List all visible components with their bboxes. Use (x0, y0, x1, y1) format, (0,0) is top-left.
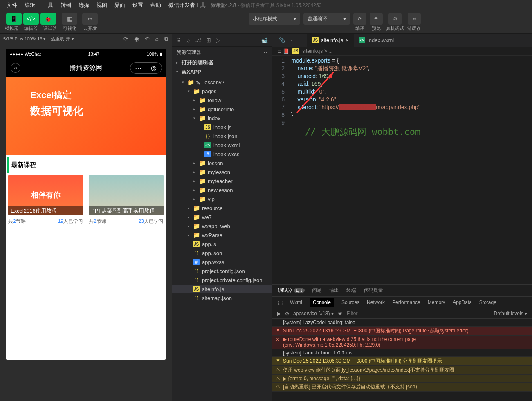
tree-item[interactable]: <>index.wxml (172, 141, 272, 150)
menu-item[interactable]: 帮助 (150, 2, 161, 9)
course-card[interactable]: 相伴有你 Excel2016使用教程 共2节课19人已学习 (8, 175, 83, 225)
branch-icon[interactable]: ⎇ (195, 37, 201, 43)
tree-item[interactable]: { }index.json (172, 132, 272, 141)
debugger-button[interactable]: 🐞 (40, 13, 56, 25)
eye-icon[interactable]: 👁 (338, 311, 343, 316)
home-icon[interactable]: ⌂ (155, 36, 159, 43)
context-select[interactable]: appservice (#13) ▾ (293, 311, 334, 316)
dbg-tab[interactable]: 代码质量 (364, 287, 383, 294)
tree-item[interactable]: ▸📁newlesson (172, 186, 272, 195)
tree-item[interactable]: { }project.private.config.json (172, 276, 272, 285)
tree-item[interactable]: ▸📁mylesson (172, 168, 272, 177)
tree-item[interactable]: ▾📁fy_lessonv2 (172, 78, 272, 87)
levels-select[interactable]: Default levels ▾ (494, 311, 527, 316)
tree-item[interactable]: { }project.config.json (172, 267, 272, 276)
log-line: ▼Sun Dec 25 2022 13:06:29 GMT+0800 (中国标准… (272, 327, 532, 336)
ext-icon[interactable]: ⊞ (206, 37, 211, 43)
tree-item[interactable]: ▸📁wxapp_web (172, 222, 272, 231)
search-icon[interactable]: ⌕ (186, 37, 190, 43)
refresh-icon[interactable]: ⟳ (123, 36, 128, 43)
inspect-icon[interactable]: ⬚ (278, 300, 283, 305)
tree-item[interactable]: ▸📁resource (172, 204, 272, 213)
menu-item[interactable]: 视图 (97, 2, 107, 9)
devtool-tab[interactable]: Performance (392, 300, 420, 305)
console-output[interactable]: [system] LazyCodeLoading: false▼Sun Dec … (272, 319, 532, 401)
devtool-tab[interactable]: Storage (479, 300, 496, 305)
tree-item[interactable]: { }sitemap.json (172, 293, 272, 302)
tree-item[interactable]: ▸📁lesson (172, 159, 272, 168)
nav-left-icon[interactable]: ← (290, 37, 295, 43)
tree-item[interactable]: { }app.json (172, 249, 272, 258)
tree-item[interactable]: JSsiteinfo.js (172, 285, 272, 293)
tree-item[interactable]: ▸📁getuserinfo (172, 105, 272, 114)
tree-item[interactable]: ▸📁wxParse (172, 231, 272, 240)
tree-item[interactable]: #app.wxss (172, 258, 272, 267)
tree-item[interactable]: JSapp.js (172, 240, 272, 249)
clear-icon[interactable]: ⊘ (285, 311, 289, 316)
tree-item[interactable]: ▾📁pages (172, 87, 272, 96)
tree-item[interactable]: ▸📁myteacher (172, 177, 272, 186)
close-icon[interactable]: × (346, 37, 349, 43)
pin-icon[interactable]: 📎 (279, 37, 285, 43)
debug-icon[interactable]: ▷ (216, 37, 220, 43)
menu-item[interactable]: 设置 (132, 2, 143, 9)
tab-siteinfo[interactable]: JSsiteinfo.js× (307, 34, 354, 47)
cloud-button[interactable]: ∞ (82, 13, 98, 25)
log-line: [system] LazyCodeLoading: false (272, 319, 532, 327)
play-icon[interactable]: ▶ (277, 311, 281, 316)
record-icon[interactable]: ◉ (134, 36, 139, 43)
whale-icon[interactable]: 🐋 (261, 37, 268, 43)
dbg-tab[interactable]: 终端 (346, 287, 356, 294)
hotreload-toggle[interactable]: 热重载 开 ▾ (51, 36, 74, 42)
compile-select[interactable]: 普通编译▾ (303, 13, 350, 25)
capsule[interactable]: ⋯◎ (130, 62, 162, 74)
devtool-tab[interactable]: Sources (341, 300, 359, 305)
tree-item[interactable]: ▾📁index (172, 114, 272, 123)
devtool-tab[interactable]: Network (367, 300, 385, 305)
course-card[interactable]: PPT从菜鸟到高手实用教程 共2节课23人已学习 (89, 175, 164, 225)
banner[interactable]: Excel搞定 数据可视化 (6, 77, 166, 155)
menu-item[interactable]: 工具 (43, 2, 53, 9)
tree-item[interactable]: ▸📁we7 (172, 213, 272, 222)
remote-button[interactable]: ⚙ (388, 13, 402, 25)
simulator-panel: 5/7/8 Plus 100% 16 ▾ 热重载 开 ▾ ⟳◉↶⌂⧉ ●●●●●… (0, 34, 172, 401)
tab-indexwxml[interactable]: <>index.wxml (354, 34, 399, 47)
more-icon[interactable]: ⋯ (262, 49, 267, 55)
nav-back-icon[interactable]: ⌂ (11, 63, 20, 73)
mode-select[interactable]: 小程序模式▾ (249, 13, 300, 25)
breadcrumb[interactable]: ☰ 📕 JSsiteinfo.js > ... (272, 47, 532, 56)
dbg-tab[interactable]: 输出 (329, 287, 339, 294)
toolbar: 📱 </> 🐞 模拟器 编辑器 调试器 ▦可视化 ∞云开发 小程序模式▾ 普通编… (0, 11, 532, 34)
nav-right-icon[interactable]: → (300, 37, 305, 43)
tree-item[interactable]: ▸📁follow (172, 96, 272, 105)
compile-button[interactable]: ⟳ (353, 13, 366, 25)
devtool-tab[interactable]: Console (310, 298, 334, 307)
menu-item[interactable]: 编辑 (25, 2, 35, 9)
tree-item[interactable]: JSindex.js (172, 123, 272, 132)
menu-item[interactable]: 选择 (79, 2, 89, 9)
back-icon[interactable]: ↶ (145, 36, 150, 43)
popout-icon[interactable]: ⧉ (164, 36, 168, 43)
editor-button[interactable]: </> (23, 13, 39, 25)
opened-editors-section[interactable]: ▸打开的编辑器 (172, 58, 272, 67)
menu-item[interactable]: 文件 (7, 2, 17, 9)
filter-input[interactable] (347, 311, 490, 316)
dbg-tab[interactable]: 问题 (312, 287, 322, 294)
menu-item[interactable]: 转到 (61, 2, 71, 9)
devtool-tab[interactable]: Memory (428, 300, 445, 305)
code-editor[interactable]: 1module.exports = { 2 name: "播播资源 微课堂V2"… (272, 56, 532, 284)
tree-item[interactable]: ▸📁vip (172, 195, 272, 204)
simulator-button[interactable]: 📱 (6, 13, 22, 25)
devtool-tab[interactable]: Wxml (290, 300, 302, 305)
dbg-tab[interactable]: 调试器1, 3 (278, 287, 305, 294)
menu-item[interactable]: 微信开发者工具 (168, 2, 206, 9)
preview-button[interactable]: 👁 (370, 13, 383, 25)
files-icon[interactable]: 🗎 (176, 37, 182, 43)
root-section[interactable]: ▾WXAPP (172, 67, 272, 76)
visual-button[interactable]: ▦ (62, 13, 77, 25)
device-select[interactable]: 5/7/8 Plus 100% 16 ▾ (3, 36, 46, 42)
devtool-tab[interactable]: AppData (453, 300, 472, 305)
cache-button[interactable]: ≋ (408, 13, 421, 25)
tree-item[interactable]: #index.wxss (172, 150, 272, 159)
menu-item[interactable]: 界面 (114, 2, 125, 9)
